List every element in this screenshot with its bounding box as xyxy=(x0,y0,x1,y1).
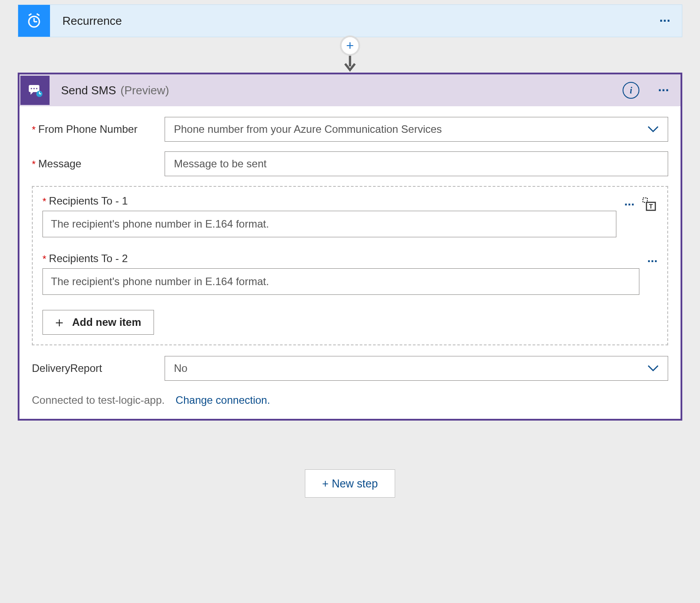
delivery-report-select[interactable]: No xyxy=(165,356,668,381)
required-asterisk: * xyxy=(32,124,36,135)
recipient-1-label: * Recipients To - 1 xyxy=(42,195,616,207)
delivery-report-row: DeliveryReport No xyxy=(32,356,668,381)
recipient-1-more-menu[interactable]: ··· xyxy=(624,197,635,212)
from-phone-select[interactable]: Phone number from your Azure Communicati… xyxy=(165,117,668,142)
recipient-1-input[interactable]: The recipient's phone number in E.164 fo… xyxy=(42,211,616,237)
delivery-report-value: No xyxy=(174,362,188,375)
from-phone-label: * From Phone Number xyxy=(32,123,165,135)
send-sms-header[interactable]: Send SMS (Preview) i ··· xyxy=(19,74,681,106)
info-icon[interactable]: i xyxy=(623,82,639,99)
svg-marker-7 xyxy=(31,91,34,95)
send-sms-title: Send SMS xyxy=(61,84,116,97)
plus-icon: + xyxy=(346,39,354,52)
insert-step-button[interactable]: + xyxy=(340,35,360,56)
plus-icon: ＋ xyxy=(53,313,66,332)
token-picker-icon[interactable]: T xyxy=(642,197,658,213)
logic-app-designer: Recurrence ··· + xyxy=(18,4,682,498)
send-sms-card: Send SMS (Preview) i ··· * From Phone Nu… xyxy=(18,73,682,421)
recurrence-more-menu[interactable]: ··· xyxy=(648,13,682,28)
send-sms-subtitle: (Preview) xyxy=(120,84,623,97)
recipient-row-2: * Recipients To - 2 The recipient's phon… xyxy=(42,252,658,295)
add-new-item-button[interactable]: ＋ Add new item xyxy=(42,310,154,335)
from-phone-placeholder: Phone number from your Azure Communicati… xyxy=(174,123,442,135)
arrow-down-icon xyxy=(343,53,357,73)
svg-line-4 xyxy=(37,14,39,15)
message-row: * Message Message to be sent xyxy=(32,151,668,176)
message-input[interactable]: Message to be sent xyxy=(165,151,668,176)
recipients-group: * Recipients To - 1 The recipient's phon… xyxy=(32,186,668,345)
delivery-report-label: DeliveryReport xyxy=(32,362,165,375)
new-step-button[interactable]: + New step xyxy=(305,469,395,498)
connector-line: + xyxy=(340,37,360,73)
chevron-down-icon xyxy=(647,362,659,375)
recurrence-title: Recurrence xyxy=(62,14,648,28)
send-sms-more-menu[interactable]: ··· xyxy=(646,83,681,98)
recipient-2-label: * Recipients To - 2 xyxy=(42,252,639,265)
from-phone-row: * From Phone Number Phone number from yo… xyxy=(32,117,668,142)
clock-alarm-icon xyxy=(18,5,50,37)
recipient-1-placeholder: The recipient's phone number in E.164 fo… xyxy=(51,218,269,230)
message-label: * Message xyxy=(32,158,165,170)
required-asterisk: * xyxy=(42,253,46,265)
connection-footer: Connected to test-logic-app. Change conn… xyxy=(32,394,668,406)
recipient-2-input[interactable]: The recipient's phone number in E.164 fo… xyxy=(42,268,639,295)
svg-point-9 xyxy=(33,88,35,89)
required-asterisk: * xyxy=(42,196,46,207)
svg-point-10 xyxy=(36,88,37,89)
svg-rect-14 xyxy=(643,198,647,202)
change-connection-link[interactable]: Change connection. xyxy=(176,394,270,406)
svg-point-8 xyxy=(31,88,32,89)
chevron-down-icon xyxy=(647,123,659,135)
recurrence-card[interactable]: Recurrence ··· xyxy=(18,4,682,37)
required-asterisk: * xyxy=(32,158,36,170)
recipient-2-more-menu[interactable]: ··· xyxy=(647,254,658,268)
recipient-row-1: * Recipients To - 1 The recipient's phon… xyxy=(42,195,658,237)
svg-text:T: T xyxy=(649,203,653,210)
chat-bubble-icon xyxy=(20,76,50,105)
recipient-2-placeholder: The recipient's phone number in E.164 fo… xyxy=(51,275,269,288)
send-sms-body: * From Phone Number Phone number from yo… xyxy=(19,106,681,419)
connection-status: Connected to test-logic-app. xyxy=(32,394,165,406)
message-placeholder: Message to be sent xyxy=(174,158,266,170)
svg-line-3 xyxy=(29,14,31,15)
